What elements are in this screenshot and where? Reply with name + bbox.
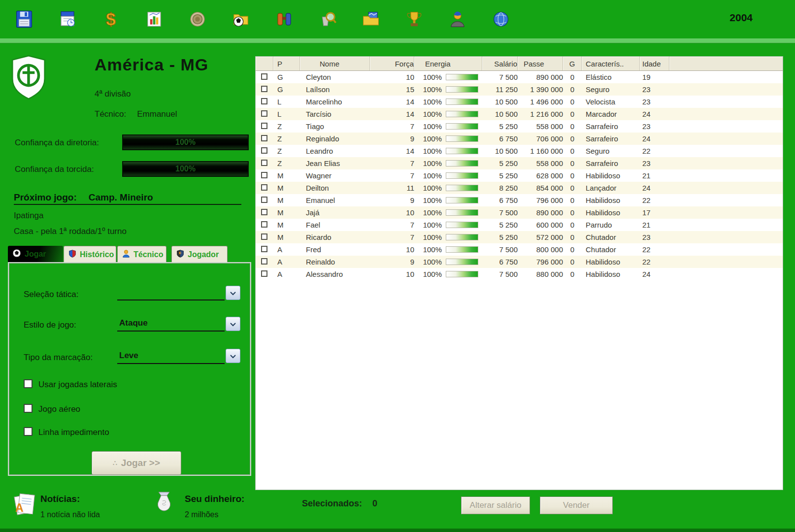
cell-pass-value: 1 216 000 [518,110,563,118]
save-icon[interactable] [14,9,34,30]
table-row[interactable]: A Reinaldo 9 100% 6 750 796 000 0 Habili… [256,256,783,268]
fans-confidence-label: Confiança da torcida: [15,165,94,174]
web-icon[interactable] [491,9,511,30]
cell-energy: 100% [414,258,442,266]
cell-pass-value: 558 000 [518,122,563,131]
binoculars-icon[interactable] [274,9,295,30]
row-checkbox[interactable] [261,73,267,80]
search-icon[interactable] [317,9,338,30]
cell-position: M [273,208,300,217]
cell-characteristic: Habilidoso [582,270,640,278]
cell-strength: 9 [370,134,414,143]
table-row[interactable]: M Ricardo 7 100% 5 250 572 000 0 Chutado… [256,231,783,243]
style-dropdown-button[interactable] [226,317,240,331]
header-position[interactable]: P [273,57,300,70]
row-checkbox[interactable] [261,270,267,277]
table-row[interactable]: A Fred 10 100% 7 500 800 000 0 Chutador … [256,243,783,256]
header-pass-value[interactable]: Passe [518,57,563,70]
row-checkbox[interactable] [261,221,267,228]
header-strength[interactable]: Força [370,57,414,70]
money-icon[interactable]: $ [100,9,121,30]
medal-icon[interactable] [187,9,208,30]
cell-salary: 7 500 [482,208,518,217]
row-checkbox[interactable] [261,135,267,141]
cell-position: Z [273,122,300,131]
row-checkbox[interactable] [261,86,267,92]
cell-goals: 0 [563,73,582,81]
cell-strength: 10 [370,245,414,254]
header-age[interactable]: Idade [640,57,669,70]
news-icon[interactable]: A [11,491,37,520]
cell-position: A [273,270,300,278]
money-bag-icon [152,490,176,518]
cell-energy: 100% [414,196,442,204]
tab-jogador[interactable]: Jogador [171,246,228,263]
table-row[interactable]: M Jajá 10 100% 7 500 890 000 0 Habilidos… [256,206,783,219]
row-checkbox[interactable] [261,209,267,215]
header-select[interactable] [256,57,273,70]
calendar-icon[interactable] [57,9,78,30]
tab-historico[interactable]: Histórico [64,246,116,263]
cell-age: 23 [640,85,669,94]
row-checkbox[interactable] [261,246,267,252]
checkbox-side-plays[interactable] [24,379,33,388]
sell-button[interactable]: Vender [540,497,613,514]
row-checkbox[interactable] [261,123,267,129]
table-row[interactable]: G Laílson 15 100% 11 250 1 390 000 0 Seg… [256,83,783,96]
cell-name: Tiago [300,122,370,131]
cell-position: Z [273,159,300,167]
header-name[interactable]: Nome [300,57,370,70]
cell-strength: 10 [370,73,414,81]
tab-tecnico[interactable]: Técnico [117,246,166,263]
table-row[interactable]: Z Jean Elias 7 100% 5 250 558 000 0 Sarr… [256,157,783,169]
marking-dropdown-button[interactable] [226,349,240,363]
header-salary[interactable]: Salário [482,57,518,70]
cell-age: 23 [640,122,669,131]
header-characteristic[interactable]: Caracterís.. [582,57,640,70]
table-row[interactable]: Z Leandro 14 100% 10 500 1 160 000 0 Seg… [256,145,783,157]
energy-bar [446,259,478,265]
trophy-icon[interactable] [404,9,425,30]
row-checkbox[interactable] [261,147,267,154]
table-row[interactable]: M Emanuel 9 100% 6 750 796 000 0 Habilid… [256,194,783,206]
header-filler [669,57,783,70]
cell-characteristic: Sarrafeiro [582,159,640,167]
map-folder-icon[interactable] [361,9,381,30]
table-row[interactable]: Z Reginaldo 9 100% 6 750 706 000 0 Sarra… [256,133,783,145]
row-checkbox[interactable] [261,110,267,117]
row-checkbox[interactable] [261,184,267,191]
table-row[interactable]: M Wagner 7 100% 5 250 628 000 0 Habilido… [256,169,783,182]
cell-goals: 0 [563,184,582,192]
cell-strength: 11 [370,184,414,192]
row-checkbox[interactable] [261,233,267,240]
stats-chart-icon[interactable] [144,9,165,30]
tab-jogar[interactable]: Jogar [8,246,63,263]
checkbox-offside-line[interactable] [24,427,33,436]
table-row[interactable]: M Fael 7 100% 5 250 600 000 0 Parrudo 21 [256,219,783,231]
cell-age: 21 [640,171,669,180]
table-row[interactable]: L Marcelinho 14 100% 10 500 1 496 000 0 … [256,96,783,108]
table-row[interactable]: A Alessandro 10 100% 7 500 880 000 0 Hab… [256,268,783,280]
table-row[interactable]: G Cleyton 10 100% 7 500 890 000 0 Elásti… [256,71,783,83]
player-icon[interactable] [447,9,468,30]
row-checkbox[interactable] [261,160,267,166]
cell-energy: 100% [414,134,442,143]
change-salary-button[interactable]: Alterar salário [461,497,530,514]
play-button[interactable]: ∴ Jogar >> [92,451,181,475]
table-row[interactable]: L Tarcísio 14 100% 10 500 1 216 000 0 Ma… [256,108,783,120]
row-checkbox[interactable] [261,172,267,178]
coach-name: Emmanuel [137,109,177,119]
row-checkbox[interactable] [261,98,267,104]
cell-age: 24 [640,110,669,118]
checkbox-aerial-game[interactable] [24,404,33,413]
table-row[interactable]: Z Tiago 7 100% 5 250 558 000 0 Sarrafeir… [256,120,783,133]
row-checkbox[interactable] [261,197,267,203]
row-checkbox[interactable] [261,258,267,265]
cell-salary: 7 500 [482,245,518,254]
header-goals[interactable]: G [563,57,582,70]
team-folder-icon[interactable] [231,9,251,30]
news-status: 1 notícia não lida [40,510,100,519]
table-row[interactable]: M Deilton 11 100% 8 250 854 000 0 Lançad… [256,182,783,194]
tactic-dropdown-button[interactable] [226,286,240,300]
header-energy[interactable]: Energia [414,57,482,70]
